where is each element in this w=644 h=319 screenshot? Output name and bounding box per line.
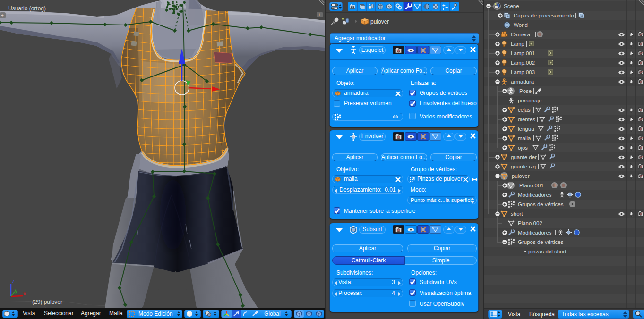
- svg-text:Usuario (ortog): Usuario (ortog): [8, 5, 46, 12]
- svg-text:Global: Global: [264, 311, 281, 317]
- svg-text:y: y: [15, 287, 17, 294]
- svg-text:+: +: [318, 12, 321, 17]
- svg-text:x: x: [23, 290, 26, 297]
- svg-text:+: +: [1, 13, 4, 18]
- svg-text:z: z: [12, 278, 15, 285]
- svg-text:(29) pulover: (29) pulover: [32, 299, 62, 305]
- svg-text:Modo Edición: Modo Edición: [138, 311, 173, 317]
